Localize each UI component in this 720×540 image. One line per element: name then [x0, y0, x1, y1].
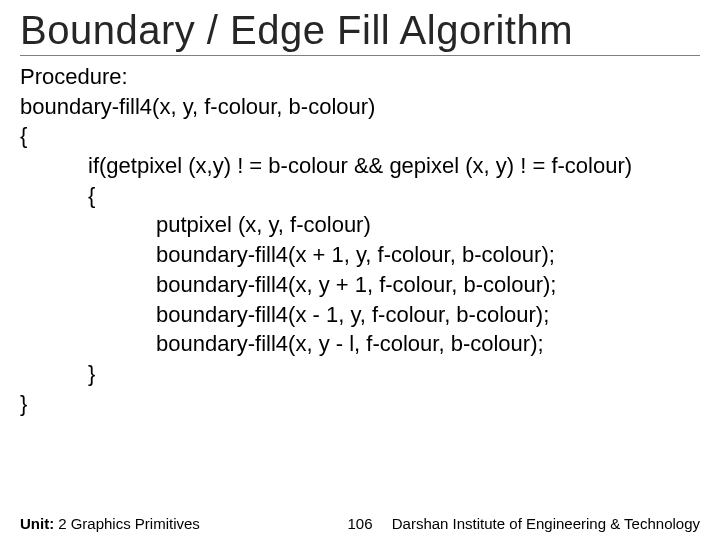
- code-line: }: [20, 389, 700, 419]
- slide-footer: Unit: 2 Graphics Primitives 106 Darshan …: [0, 515, 720, 532]
- slide-body: Procedure: boundary-fill4(x, y, f-colour…: [20, 62, 700, 540]
- code-line: boundary-fill4(x, y + 1, f-colour, b-col…: [20, 270, 700, 300]
- code-line: }: [20, 359, 700, 389]
- code-line: putpixel (x, y, f-colour): [20, 210, 700, 240]
- code-line: Procedure:: [20, 62, 700, 92]
- code-line: boundary-fill4(x - 1, y, f-colour, b-col…: [20, 300, 700, 330]
- footer-page-number: 106: [347, 515, 372, 532]
- code-line: boundary-fill4(x, y - l, f-colour, b-col…: [20, 329, 700, 359]
- slide-title: Boundary / Edge Fill Algorithm: [20, 8, 700, 56]
- code-line: if(getpixel (x,y) ! = b-colour && gepixe…: [20, 151, 700, 181]
- code-line: boundary-fill4(x + 1, y, f-colour, b-col…: [20, 240, 700, 270]
- code-line: {: [20, 121, 700, 151]
- footer-unit-label: Unit:: [20, 515, 54, 532]
- slide: Boundary / Edge Fill Algorithm Procedure…: [0, 0, 720, 540]
- code-line: {: [20, 181, 700, 211]
- footer-unit-text: 2 Graphics Primitives: [58, 515, 200, 532]
- code-line: boundary-fill4(x, y, f-colour, b-colour): [20, 92, 700, 122]
- footer-institute: Darshan Institute of Engineering & Techn…: [392, 515, 700, 532]
